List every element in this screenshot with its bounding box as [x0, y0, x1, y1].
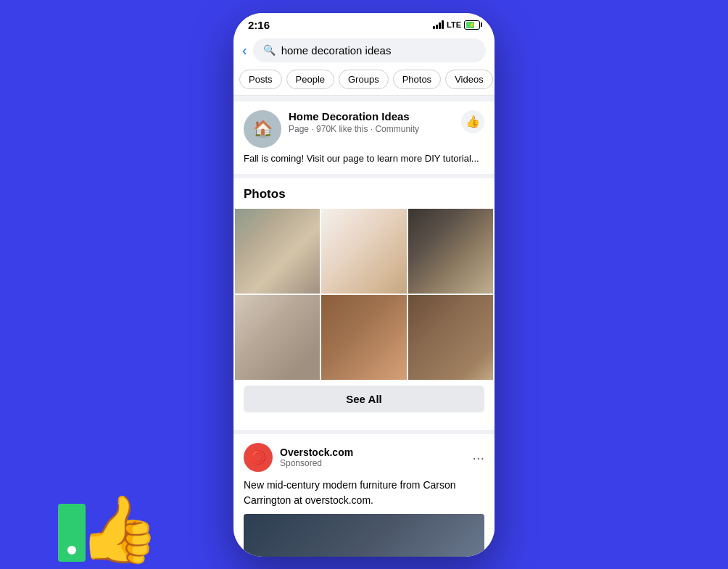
ad-avatar: ⭕: [244, 443, 273, 472]
photos-grid: [233, 209, 495, 381]
thumbs-up-emoji: 👍: [78, 497, 160, 562]
photo-office[interactable]: [321, 209, 406, 294]
green-card: [58, 504, 86, 562]
tab-groups[interactable]: Groups: [339, 70, 389, 89]
phone-frame: 2:16 LTE ⚡ ‹ 🔍 home decoration ideas Pos…: [233, 13, 495, 557]
ad-more-button[interactable]: ···: [472, 449, 484, 466]
tab-people[interactable]: People: [286, 70, 334, 89]
status-icons: LTE ⚡: [433, 20, 480, 30]
ad-image: [244, 514, 484, 556]
photo-coffee-table[interactable]: [408, 295, 493, 380]
tab-photos[interactable]: Photos: [393, 70, 441, 89]
ad-description: New mid-century modern furniture from Ca…: [244, 478, 484, 508]
like-icon: 👍: [466, 115, 480, 128]
page-avatar: 🏠: [244, 110, 281, 148]
status-bar: 2:16 LTE ⚡: [233, 13, 495, 34]
search-box[interactable]: 🔍 home decoration ideas: [253, 38, 486, 62]
photos-header: Photos: [233, 187, 495, 209]
back-button[interactable]: ‹: [242, 42, 247, 59]
battery-icon: ⚡: [464, 20, 480, 30]
page-details: Home Decoration Ideas Page · 970K like t…: [289, 110, 454, 134]
card-dot: [67, 546, 76, 555]
photos-section: Photos See All: [233, 178, 495, 431]
content-area: 🏠 Home Decoration Ideas Page · 970K like…: [233, 96, 495, 557]
status-time: 2:16: [248, 19, 270, 31]
page-description: Fall is coming! Visit our page to learn …: [244, 152, 484, 165]
ad-sponsored: Sponsored: [280, 458, 465, 468]
like-button[interactable]: 👍: [461, 110, 484, 133]
photo-table[interactable]: [321, 295, 406, 380]
tab-videos[interactable]: Videos: [445, 70, 493, 89]
thumbs-up-decoration: 👍: [58, 497, 160, 562]
page-info-row: 🏠 Home Decoration Ideas Page · 970K like…: [244, 110, 484, 148]
ad-name: Overstock.com: [280, 447, 465, 458]
tab-posts[interactable]: Posts: [239, 70, 282, 89]
ad-info: Overstock.com Sponsored: [280, 447, 465, 468]
search-area: ‹ 🔍 home decoration ideas: [233, 34, 495, 67]
ad-logo-icon: ⭕: [250, 449, 266, 465]
page-meta: Page · 970K like this · Community: [289, 124, 454, 134]
signal-icon: [433, 20, 444, 29]
filter-tabs: Posts People Groups Photos Videos Pa...: [233, 67, 495, 96]
ad-header: ⭕ Overstock.com Sponsored ···: [244, 443, 484, 472]
search-query: home decoration ideas: [281, 44, 392, 57]
page-result-card: 🏠 Home Decoration Ideas Page · 970K like…: [233, 101, 495, 174]
ad-card: ⭕ Overstock.com Sponsored ··· New mid-ce…: [233, 434, 495, 556]
lte-label: LTE: [447, 20, 461, 29]
see-all-button[interactable]: See All: [244, 386, 484, 412]
photo-kitchen[interactable]: [408, 209, 493, 294]
search-icon: 🔍: [263, 44, 276, 56]
photo-living-room[interactable]: [235, 209, 320, 294]
page-name: Home Decoration Ideas: [289, 110, 454, 122]
photo-bedroom[interactable]: [235, 295, 320, 380]
